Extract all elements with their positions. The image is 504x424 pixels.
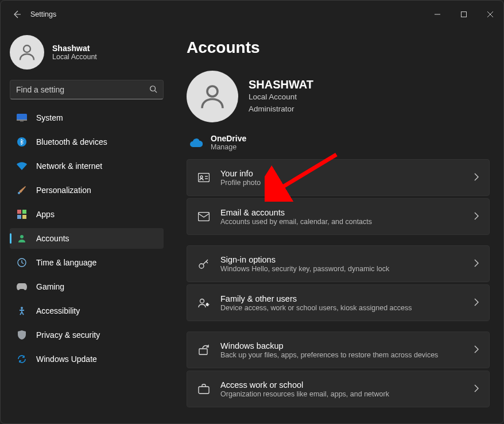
card-work-school[interactable]: Access work or school Organization resou… [187, 371, 490, 407]
svg-rect-24 [199, 213, 210, 221]
svg-line-6 [155, 90, 157, 92]
card-family-users[interactable]: Family & other users Device access, work… [187, 284, 490, 321]
profile-type: Local Account [52, 53, 97, 61]
svg-point-21 [200, 176, 203, 178]
profile-name: Shashwat [52, 44, 97, 53]
svg-rect-12 [17, 210, 21, 214]
sidebar-item-accessibility[interactable]: Accessibility [10, 300, 164, 321]
svg-point-4 [24, 45, 30, 52]
titlebar: Settings [1, 1, 503, 28]
arrow-left-icon [12, 10, 21, 19]
chevron-right-icon [474, 259, 479, 269]
settings-cards: Your info Profile photo Email & accounts… [187, 159, 490, 407]
person-icon [17, 42, 37, 63]
shield-icon [17, 330, 27, 340]
backup-icon [197, 344, 210, 356]
card-title: Windows backup [220, 341, 464, 350]
svg-point-16 [20, 235, 24, 238]
monitor-icon [17, 113, 27, 123]
svg-point-11 [18, 192, 20, 194]
page-title: Accounts [187, 38, 490, 57]
nav-label: Privacy & security [36, 330, 100, 340]
cloud-icon [190, 136, 203, 149]
chevron-right-icon [474, 212, 479, 222]
avatar [10, 35, 44, 70]
sidebar: Shashwat Local Account System Bluetoot [1, 28, 173, 423]
user-role: Administrator [249, 103, 313, 115]
nav-label: Accounts [36, 234, 69, 243]
card-title: Access work or school [220, 380, 464, 390]
sidebar-item-accounts[interactable]: Accounts [10, 228, 164, 249]
svg-rect-9 [20, 121, 24, 122]
nav-label: Apps [36, 210, 55, 219]
person-icon [17, 233, 27, 244]
nav-label: Gaming [36, 282, 64, 291]
nav-label: Time & language [36, 258, 96, 267]
svg-point-18 [21, 307, 23, 309]
search-box[interactable] [10, 80, 164, 99]
person-icon [197, 81, 228, 112]
key-icon [197, 257, 210, 270]
bluetooth-icon [17, 137, 27, 147]
gamepad-icon [17, 282, 27, 292]
sidebar-item-system[interactable]: System [10, 107, 164, 128]
onedrive-title: OneDrive [211, 134, 246, 143]
chevron-right-icon [474, 298, 479, 308]
user-type: Local Account [249, 91, 313, 103]
svg-rect-8 [17, 120, 27, 121]
id-icon [197, 171, 210, 184]
sidebar-profile[interactable]: Shashwat Local Account [10, 34, 164, 80]
sidebar-item-apps[interactable]: Apps [10, 204, 164, 225]
card-sub: Profile photo [220, 179, 464, 187]
account-header: SHASHWAT Local Account Administrator [187, 71, 490, 122]
card-signin-options[interactable]: Sign-in options Windows Hello, security … [187, 245, 490, 282]
svg-rect-31 [199, 387, 209, 394]
sidebar-item-gaming[interactable]: Gaming [10, 276, 164, 297]
chevron-right-icon [474, 173, 479, 183]
sidebar-item-network[interactable]: Network & internet [10, 156, 164, 176]
maximize-button[interactable] [451, 5, 477, 24]
svg-rect-30 [199, 349, 207, 354]
card-sub: Windows Hello, security key, password, d… [220, 265, 464, 273]
chevron-right-icon [474, 384, 479, 394]
sidebar-item-update[interactable]: Windows Update [10, 349, 164, 369]
svg-rect-15 [22, 215, 26, 219]
window-title: Settings [30, 10, 56, 18]
onedrive-sub: Manage [211, 143, 246, 151]
card-title: Family & other users [220, 294, 464, 303]
search-icon [149, 85, 157, 95]
nav-label: Accessibility [36, 306, 80, 315]
close-icon [487, 11, 493, 17]
back-button[interactable] [5, 3, 28, 26]
avatar-large [187, 71, 238, 122]
user-name: SHASHWAT [249, 78, 313, 91]
nav-label: Network & internet [36, 161, 102, 171]
nav-label: System [36, 113, 63, 122]
maximize-icon [461, 11, 467, 17]
main-content: Accounts SHASHWAT Local Account Administ… [173, 28, 503, 423]
card-sub: Device access, work or school users, kio… [220, 304, 464, 312]
sidebar-nav: System Bluetooth & devices Network & int… [10, 107, 164, 369]
card-your-info[interactable]: Your info Profile photo [187, 159, 490, 196]
mail-icon [197, 210, 210, 223]
card-title: Your info [220, 169, 464, 178]
svg-rect-20 [199, 174, 210, 182]
card-email-accounts[interactable]: Email & accounts Accounts used by email,… [187, 198, 490, 235]
card-title: Email & accounts [220, 208, 464, 217]
sidebar-item-personalization[interactable]: Personalization [10, 180, 164, 201]
wifi-icon [17, 161, 27, 171]
sidebar-item-privacy[interactable]: Privacy & security [10, 325, 164, 345]
card-sub: Accounts used by email, calendar, and co… [220, 218, 464, 226]
search-input[interactable] [16, 85, 149, 94]
card-windows-backup[interactable]: Windows backup Back up your files, apps,… [187, 332, 490, 368]
onedrive-row[interactable]: OneDrive Manage [187, 133, 490, 159]
card-title: Sign-in options [220, 255, 464, 264]
sidebar-item-time[interactable]: Time & language [10, 252, 164, 273]
brush-icon [17, 185, 27, 195]
minimize-button[interactable] [424, 5, 451, 24]
svg-point-19 [207, 86, 218, 97]
people-icon [197, 296, 210, 309]
window-controls [424, 5, 503, 24]
sidebar-item-bluetooth[interactable]: Bluetooth & devices [10, 132, 164, 152]
close-button[interactable] [477, 5, 503, 24]
